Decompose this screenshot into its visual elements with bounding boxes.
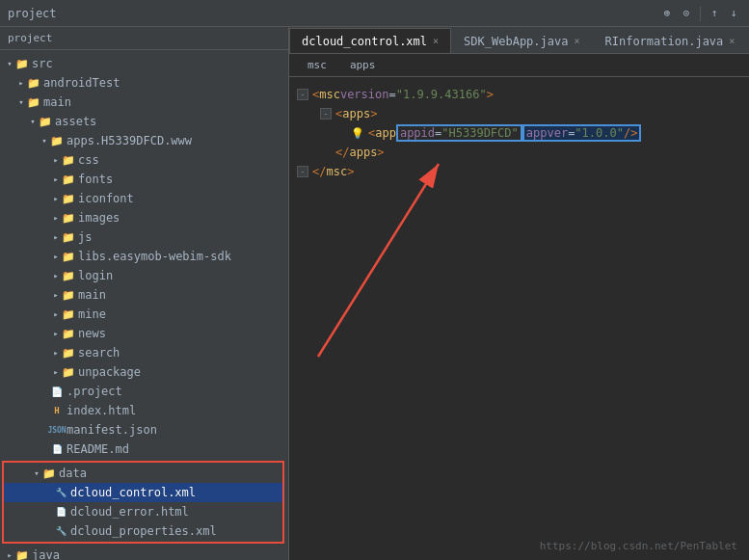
sidebar-title: project <box>8 32 52 44</box>
tree-item-iconfont[interactable]: 📁 iconfont <box>0 189 288 208</box>
folder-icon-main: 📁 <box>27 95 40 109</box>
code-editor[interactable]: - <msc version="1.9.9.43166" > - <apps> <box>289 77 749 560</box>
tree-label-dcloud-control: dcloud_control.xml <box>70 486 196 499</box>
tree-label-iconfont: iconfont <box>78 192 134 205</box>
tree-label-dcloud-error: dcloud_error.html <box>70 505 189 519</box>
tree-item-readme[interactable]: 📄 README.md <box>0 440 288 459</box>
subtab-msc[interactable]: msc <box>297 56 337 74</box>
tree-label-libs: libs.easymob-webim-sdk <box>78 250 231 263</box>
tree-item-news[interactable]: 📁 news <box>0 324 288 343</box>
tree-arrow-dcloud-error <box>42 506 54 518</box>
tab-label-rinformation: RInformation.java <box>604 35 723 48</box>
tree-label-js: js <box>78 230 92 244</box>
tab-label-sdk-webapp: SDK_WebApp.java <box>464 35 568 48</box>
folder-icon-fonts: 📁 <box>62 173 75 186</box>
xml-content-2: <apps> <box>335 107 377 120</box>
tab-sdk-webapp[interactable]: SDK_WebApp.java × <box>451 28 592 53</box>
tree-item-mine[interactable]: 📁 mine <box>0 305 288 324</box>
attr-name-version: version <box>340 88 389 101</box>
file-icon-dcloud-properties: 🔧 <box>54 524 67 538</box>
tree-item-images[interactable]: 📁 images <box>0 208 288 227</box>
tree-item-project-file[interactable]: 📄 .project <box>0 382 288 401</box>
tree-item-dcloud-properties[interactable]: 🔧 dcloud_properties.xml <box>4 521 282 541</box>
attr-val-appid: "H5339DFCD" <box>441 126 518 140</box>
xml-content-1: <msc version="1.9.9.43166" > <box>312 88 494 101</box>
tree-arrow-index-html <box>39 405 50 416</box>
tree-item-login[interactable]: 📁 login <box>0 266 288 285</box>
settings-icon[interactable]: ⊕ <box>659 6 675 21</box>
tree-item-java[interactable]: 📁 java <box>0 546 288 560</box>
attr-name-appid: appid <box>400 126 435 140</box>
tab-close-dcloud-control[interactable]: × <box>433 36 439 46</box>
folder-icon-apps: 📁 <box>50 134 64 147</box>
tree-item-libs[interactable]: 📁 libs.easymob-webim-sdk <box>0 247 288 266</box>
tree-label-manifest: manifest.json <box>67 423 157 437</box>
appid-highlight: appid="H5339DFCD" <box>396 124 522 142</box>
sync-icon[interactable]: ⊙ <box>679 6 694 21</box>
tree-label-dcloud-properties: dcloud_properties.xml <box>70 524 217 538</box>
subtab-apps[interactable]: apps <box>339 56 387 74</box>
folder-icon-css: 📁 <box>62 153 75 167</box>
tree-item-src[interactable]: 📁 src <box>0 54 288 73</box>
tree-item-assets[interactable]: 📁 assets <box>0 112 288 131</box>
tree-label-login: login <box>78 269 113 282</box>
self-close-3: /> <box>624 126 637 140</box>
tree-arrow-search <box>50 347 62 359</box>
tab-rinformation[interactable]: RInformation.java × <box>592 28 747 53</box>
tree-item-androidtest[interactable]: 📁 androidTest <box>0 73 288 93</box>
tree-item-data[interactable]: 📁 data <box>4 464 282 483</box>
tree-arrow-data <box>31 467 42 479</box>
tree-arrow-unpackage <box>50 366 62 378</box>
bracket-close-5: > <box>347 165 354 178</box>
tree-item-main-inner[interactable]: 📁 main <box>0 285 288 305</box>
fold-btn-1[interactable]: - <box>297 89 308 100</box>
tree-arrow-mine <box>50 308 62 320</box>
tree-item-dcloud-error[interactable]: 📄 dcloud_error.html <box>4 502 282 521</box>
tab-dcloud-control[interactable]: dcloud_control.xml × <box>289 28 451 53</box>
attr-val-version: "1.9.9.43166" <box>396 88 487 101</box>
tag-name-apps: apps <box>342 107 370 120</box>
bracket-close-1: > <box>487 88 494 101</box>
tag-name-msc: msc <box>319 88 340 101</box>
code-line-3: 💡 <app appid="H5339DFCD" appver="1.0.0"/… <box>289 123 749 143</box>
tree-item-manifest[interactable]: JSON manifest.json <box>0 420 288 440</box>
tag-name-app: app <box>375 126 396 140</box>
folder-icon-mine: 📁 <box>62 307 75 321</box>
down-icon[interactable]: ↓ <box>726 6 741 21</box>
tree-item-fonts[interactable]: 📁 fonts <box>0 170 288 189</box>
bulb-icon: 💡 <box>351 126 364 140</box>
tree-label-main-inner: main <box>78 288 106 302</box>
tree-label-project-file: .project <box>67 385 122 398</box>
folder-icon-androidtest: 📁 <box>27 76 40 90</box>
tree-label-main: main <box>43 95 71 109</box>
file-icon-readme: 📄 <box>50 442 64 456</box>
folder-icon-js: 📁 <box>62 230 75 244</box>
tree-item-main[interactable]: 📁 main <box>0 93 288 112</box>
tab-close-rinformation[interactable]: × <box>729 36 735 46</box>
tree-arrow-apps-folder <box>39 135 50 147</box>
fold-btn-5[interactable]: - <box>297 166 308 177</box>
tree-label-fonts: fonts <box>78 173 113 186</box>
tree-item-apps-folder[interactable]: 📁 apps.H5339DFCD.www <box>0 131 288 150</box>
file-icon-dcloud-error: 📄 <box>54 505 67 519</box>
tree-label-androidtest: androidTest <box>43 76 120 90</box>
up-icon[interactable]: ↑ <box>707 6 722 21</box>
folder-icon-search: 📁 <box>62 346 75 360</box>
tag-name-msc-close: msc <box>326 165 347 178</box>
tree-arrow-fonts <box>50 173 62 185</box>
tree-item-css[interactable]: 📁 css <box>0 150 288 170</box>
xml-content-3: <app appid="H5339DFCD" appver="1.0.0"/> <box>368 124 641 142</box>
tree-arrow-dcloud-control <box>42 487 54 498</box>
tab-close-sdk-webapp[interactable]: × <box>574 36 579 46</box>
tree-label-news: news <box>78 327 106 340</box>
tree-item-index-html[interactable]: H index.html <box>0 401 288 420</box>
appver-highlight: appver="1.0.0"/> <box>522 124 642 142</box>
tree-item-js[interactable]: 📁 js <box>0 227 288 247</box>
tree-item-dcloud-control[interactable]: 🔧 dcloud_control.xml <box>4 483 282 502</box>
tree-item-search[interactable]: 📁 search <box>0 343 288 362</box>
folder-icon-java: 📁 <box>15 548 29 560</box>
code-line-2: - <apps> <box>289 104 749 123</box>
fold-btn-2[interactable]: - <box>320 108 332 120</box>
tree-item-unpackage[interactable]: 📁 unpackage <box>0 362 288 382</box>
subtab-label-msc: msc <box>308 59 327 71</box>
